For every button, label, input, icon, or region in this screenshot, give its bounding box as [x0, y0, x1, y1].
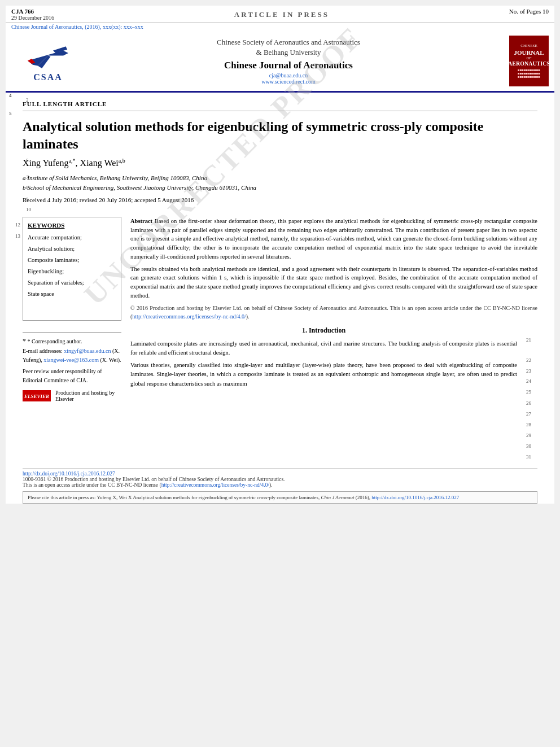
journal-ref: Chinese Journal of Aeronautics, (2016), …: [6, 23, 554, 31]
issn-production-line: 1000-9361 © 2016 Production and hosting …: [23, 477, 537, 482]
line-num-21: 21: [526, 337, 537, 344]
intro-heading: 1. Introduction: [130, 326, 517, 335]
csaa-plane-icon: [23, 40, 73, 71]
affil1: a Institute of Solid Mechanics, Beihang …: [23, 173, 537, 184]
top-bar: CJA 766 29 December 2016 ARTICLE IN PRES…: [6, 6, 554, 23]
email1-link[interactable]: xingyf@buaa.edu.cn: [64, 348, 111, 354]
line-num-27: 27: [526, 410, 537, 418]
line-num-7: 7: [26, 173, 29, 181]
elsevier-logo: ELSEVIER: [23, 390, 51, 401]
elsevier-production: ELSEVIER Production and hosting by Elsev…: [23, 390, 121, 402]
journal-links: cja@buaa.edu.cn www.sciencedirect.com: [85, 72, 492, 85]
line-num-2: 2: [26, 97, 29, 103]
journal-title: Chinese Journal of Aeronautics: [85, 60, 492, 71]
corresponding-author-label: * * Corresponding author.: [23, 336, 121, 347]
email2-link[interactable]: xiangwei-vee@163.com: [43, 357, 99, 363]
website-link[interactable]: www.sciencedirect.com: [85, 78, 492, 85]
article-type-label: FULL LENGTH ARTICLE: [23, 101, 107, 107]
line-num-29: 29: [526, 432, 537, 440]
line-num-5: 5: [9, 111, 12, 117]
line-num-8: 8: [26, 184, 29, 191]
copyright-text: © 2016 Production and hosting by Elsevie…: [130, 304, 537, 321]
keyword-item: Analytical solution;: [28, 243, 116, 255]
publish-date: 29 December 2016: [11, 15, 54, 21]
footnote-section: * * Corresponding author. E-mail address…: [23, 332, 121, 385]
right-line-nums: 21 22 23 24 25 26 27 28 29 30 31: [526, 326, 537, 461]
csaa-abbr-label: CSAA: [33, 72, 63, 82]
line-num-6: 6: [26, 158, 29, 163]
line-num-10: 10: [26, 207, 31, 212]
article-title: 4 5 Analytical solution methods for eige…: [23, 118, 537, 153]
line-num-30: 30: [526, 443, 537, 451]
doi-link[interactable]: http://dx.doi.org/10.1016/j.cja.2016.12.…: [23, 471, 115, 477]
email-footnote: E-mail addresses: xingyf@buaa.edu.cn (X.…: [23, 347, 121, 365]
article-title-text: Analytical solution methods for eigenbuc…: [23, 119, 483, 151]
oa-link[interactable]: http://creativecommons.org/licenses/by-n…: [161, 482, 269, 488]
keywords-column: 12 13 KEYWORDS Accurate computation; Ana…: [23, 217, 121, 321]
article-type-section: 2 FULL LENGTH ARTICLE: [23, 93, 537, 111]
keyword-item: Eigenbuckling;: [28, 266, 116, 277]
oa-license-line: This is an open access article under the…: [23, 482, 537, 488]
abstract-body: Based on the first-order shear deformati…: [130, 218, 537, 260]
author1-name: Xing Yufeng: [23, 159, 69, 168]
intro-section: 1. Introduction Laminated composite plat…: [130, 326, 517, 461]
abstract-label: Abstract: [130, 218, 152, 224]
received-line: 9 Received 4 July 2016; revised 20 July …: [23, 196, 537, 203]
line-num-12: 12: [15, 222, 20, 228]
footnote-left: * * Corresponding author. E-mail address…: [23, 326, 121, 461]
intro-text: Laminated composite plates are increasin…: [130, 339, 517, 388]
author2-sup: a,b: [119, 158, 125, 164]
journal-center: Chinese Society of Aeronautics and Astro…: [85, 37, 492, 85]
cite-text: Please cite this article in press as: Yu…: [28, 495, 320, 500]
journal-logo-right: CHINESE JOURNAL OF AERONAUTICS ■■■■■■■■■…: [492, 36, 549, 86]
footnote-intro-section: * * Corresponding author. E-mail address…: [23, 326, 537, 461]
line-num-31: 31: [526, 453, 537, 461]
cite-journal: Chin J Aeronaut: [321, 495, 354, 500]
elsevier-logo-svg: ELSEVIER: [23, 390, 51, 401]
doi-line: http://dx.doi.org/10.1016/j.cja.2016.12.…: [23, 468, 537, 477]
email-link[interactable]: cja@buaa.edu.cn: [85, 72, 492, 78]
keywords-title: KEYWORDS: [28, 222, 116, 229]
corresponding-author-text: * Corresponding author.: [28, 338, 82, 344]
body-content: UNCORRECTED PROOF 2 FULL LENGTH ARTICLE …: [6, 93, 554, 504]
svg-text:ELSEVIER: ELSEVIER: [24, 394, 49, 399]
cja-number: CJA 766: [11, 8, 54, 15]
peer-review-note: Peer review under responsibility of Edit…: [23, 367, 121, 385]
keyword-item: Separation of variables;: [28, 277, 116, 289]
top-bar-left: CJA 766 29 December 2016: [11, 8, 54, 21]
line-num-25: 25: [526, 388, 537, 396]
cite-doi-link[interactable]: http://dx.doi.org/10.1016/j.cja.2016.12.…: [371, 495, 459, 500]
elsevier-journal-box: CHINESE JOURNAL OF AERONAUTICS ■■■■■■■■■…: [509, 36, 549, 86]
page-count: No. of Pages 10: [509, 8, 549, 15]
line-num-28: 28: [526, 421, 537, 429]
received-text: Received 4 July 2016; revised 20 July 20…: [23, 196, 194, 203]
production-label: Production and hosting by Elsevier: [55, 390, 121, 402]
author2-name: Xiang Wei: [80, 159, 119, 168]
intro-para1: Laminated composite plates are increasin…: [130, 339, 517, 358]
cc-license-link[interactable]: http://creativecommons.org/licenses/by-n…: [132, 313, 246, 320]
abstract-column: Abstract Based on the first-order shear …: [130, 217, 537, 321]
keyword-item: Composite laminates;: [28, 255, 116, 266]
authors-line: 6 Xing Yufenga,*, Xiang Weia,b: [23, 158, 537, 168]
cite-year: (2016),: [356, 495, 370, 500]
page: CJA 766 29 December 2016 ARTICLE IN PRES…: [6, 6, 554, 504]
csaa-logo: CSAA: [11, 40, 85, 82]
keywords-abstract-section: 12 13 KEYWORDS Accurate computation; Ana…: [23, 217, 537, 321]
article-in-press-label: ARTICLE IN PRESS: [234, 8, 329, 19]
line-num-13: 13: [15, 233, 20, 239]
citation-box: Please cite this article in press as: Yu…: [23, 491, 537, 504]
line-num-23: 23: [526, 368, 537, 375]
line-num-22: 22: [526, 357, 537, 365]
affil2: b School of Mechanical Engineering, Sout…: [23, 183, 537, 193]
keyword-item: Accurate computation;: [28, 232, 116, 243]
line-num-26: 26: [526, 400, 537, 408]
journal-header: CSAA Chinese Society of Aeronautics and …: [6, 31, 554, 93]
author1-sup: a,*: [69, 158, 76, 164]
intro-para2: Various theories, generally classified i…: [130, 361, 517, 388]
keyword-item: State space: [28, 289, 116, 300]
csaa-logo-container: CSAA: [11, 40, 85, 82]
org-name: Chinese Society of Aeronautics and Astro…: [85, 37, 492, 58]
line-num-24: 24: [526, 378, 537, 386]
abstract-para2: The results obtained via both analytical…: [130, 265, 537, 300]
line-num-4: 4: [9, 93, 12, 99]
